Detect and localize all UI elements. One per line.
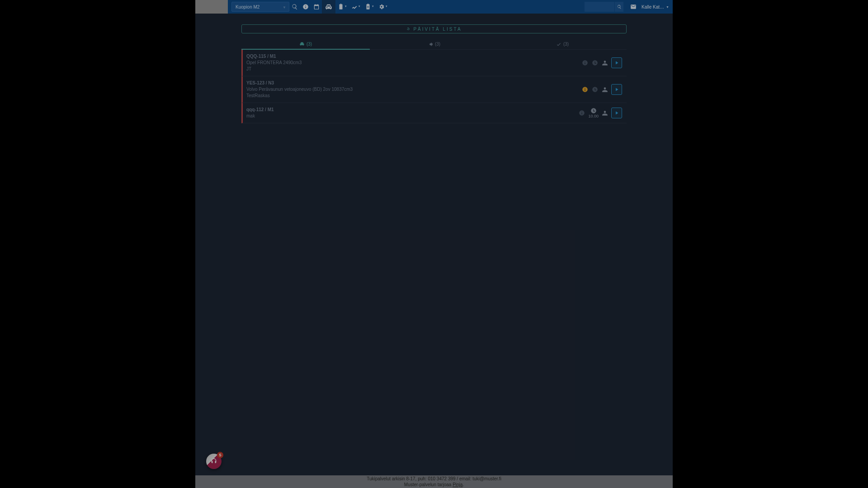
start-button[interactable] bbox=[611, 57, 622, 68]
app-frame: Kuopion M2 ▼ ▾ bbox=[195, 0, 673, 488]
list-item-subtitle: Volvo Perävaunun vetoajoneuvo (BD) 2ov 1… bbox=[246, 86, 353, 93]
list-item-title: YES-123 / N3 bbox=[246, 80, 353, 86]
time-indicator: 10.00 bbox=[588, 108, 599, 118]
vehicle-list: QQQ-115 / M1Opel FRONTERA 2490cm3JTYES-1… bbox=[241, 50, 627, 123]
list-item[interactable]: QQQ-115 / M1Opel FRONTERA 2490cm3JT bbox=[241, 50, 627, 76]
tab-waiting-count: (3) bbox=[307, 42, 312, 47]
main-content: PÄIVITÄ LISTA (3) (3) (3) QQQ-115 / M1Op… bbox=[195, 14, 673, 475]
list-item[interactable]: qqq-112 / M1mak10.00 bbox=[241, 103, 627, 123]
chevron-down-icon: ▾ bbox=[372, 5, 374, 8]
clock-icon bbox=[591, 59, 599, 66]
start-button[interactable] bbox=[611, 108, 622, 118]
clock-icon bbox=[591, 86, 599, 93]
global-search-button[interactable] bbox=[614, 2, 623, 12]
nav-chart-dropdown[interactable]: ▾ bbox=[349, 0, 363, 14]
info-icon[interactable] bbox=[581, 59, 589, 66]
nav-settings-dropdown[interactable]: ▾ bbox=[376, 0, 390, 14]
nav-clipboard-dropdown[interactable]: ▾ bbox=[335, 0, 349, 14]
footer-provider-link[interactable]: Pinja bbox=[453, 482, 462, 487]
chevron-down-icon: ▼ bbox=[666, 5, 669, 9]
chevron-down-icon: ▼ bbox=[283, 5, 286, 9]
user-icon[interactable] bbox=[601, 109, 609, 117]
list-item[interactable]: YES-123 / N3Volvo Perävaunun vetoajoneuv… bbox=[241, 76, 627, 103]
user-icon[interactable] bbox=[601, 86, 609, 93]
refresh-list-button[interactable]: PÄIVITÄ LISTA bbox=[241, 24, 627, 33]
list-item-subtitle: mak bbox=[246, 113, 274, 119]
list-item-subtitle: Opel FRONTERA 2490cm3 bbox=[246, 60, 302, 66]
list-item-title: QQQ-115 / M1 bbox=[246, 53, 302, 60]
info-icon[interactable] bbox=[581, 86, 589, 93]
user-menu[interactable]: Kalle Kat… ▼ bbox=[642, 5, 669, 9]
info-icon[interactable] bbox=[578, 109, 585, 117]
global-search-input[interactable] bbox=[585, 2, 614, 12]
list-item-actions: 10.00 bbox=[578, 107, 622, 119]
time-label: 10.00 bbox=[588, 114, 599, 118]
status-tabs: (3) (3) (3) bbox=[241, 39, 627, 50]
station-select-label: Kuopion M2 bbox=[236, 5, 259, 9]
headset-icon bbox=[210, 458, 217, 465]
tab-done-count: (3) bbox=[563, 42, 569, 47]
footer-support-text: Tukipalvelut arkisin 8-17, puh: 010 3472… bbox=[367, 476, 501, 482]
start-button[interactable] bbox=[611, 84, 622, 95]
user-icon[interactable] bbox=[601, 59, 609, 66]
chevron-down-icon: ▾ bbox=[359, 5, 360, 8]
tab-inprogress-count: (3) bbox=[435, 42, 440, 47]
list-item-text: qqq-112 / M1mak bbox=[243, 107, 274, 119]
list-item-text: YES-123 / N3Volvo Perävaunun vetoajoneuv… bbox=[243, 80, 353, 99]
nav-vehicle-icon[interactable] bbox=[322, 0, 335, 14]
list-item-author: TestRaskas bbox=[246, 93, 353, 99]
check-icon bbox=[556, 42, 561, 47]
global-search bbox=[585, 2, 623, 12]
nav-calendar-icon[interactable] bbox=[311, 0, 322, 14]
list-item-author: JT bbox=[246, 66, 302, 72]
refresh-icon bbox=[406, 27, 410, 31]
list-item-title: qqq-112 / M1 bbox=[246, 107, 274, 113]
user-menu-label: Kalle Kat… bbox=[642, 5, 664, 9]
top-navbar: Kuopion M2 ▼ ▾ bbox=[195, 0, 673, 14]
list-item-text: QQQ-115 / M1Opel FRONTERA 2490cm3JT bbox=[243, 53, 302, 72]
nav-search-icon[interactable] bbox=[289, 0, 300, 14]
nav-info-icon[interactable] bbox=[300, 0, 311, 14]
gears-icon bbox=[428, 42, 433, 47]
list-item-actions bbox=[581, 53, 622, 72]
footer-provider-text: Muster-palvelun tarjoaa Pinja. bbox=[404, 482, 464, 488]
refresh-list-label: PÄIVITÄ LISTA bbox=[413, 27, 462, 32]
tab-done[interactable]: (3) bbox=[498, 39, 627, 50]
nav-list-dropdown[interactable]: ▾ bbox=[363, 0, 376, 14]
tab-waiting[interactable]: (3) bbox=[241, 39, 370, 50]
chevron-down-icon: ▾ bbox=[386, 5, 387, 8]
chevron-down-icon: ▾ bbox=[345, 5, 347, 8]
nav-mail-icon[interactable] bbox=[627, 4, 640, 10]
support-widget-badge: 5 bbox=[217, 452, 223, 458]
brand-logo bbox=[195, 0, 228, 14]
station-select[interactable]: Kuopion M2 ▼ bbox=[231, 2, 289, 12]
support-widget[interactable]: 5 bbox=[206, 454, 222, 469]
footer: Tukipalvelut arkisin 8-17, puh: 010 3472… bbox=[195, 475, 673, 488]
car-icon bbox=[299, 41, 305, 47]
tab-inprogress[interactable]: (3) bbox=[370, 39, 498, 50]
list-item-actions bbox=[581, 80, 622, 99]
